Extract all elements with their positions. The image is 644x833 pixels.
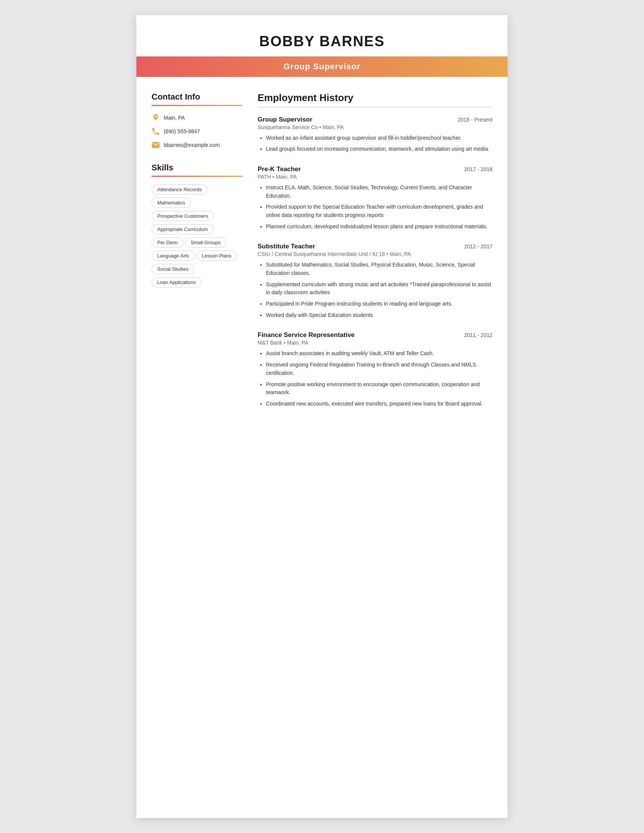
skill-tag: Mathematics <box>151 198 191 208</box>
job-entry: Pre-K Teacher2017 - 2018PATH • Main, PAI… <box>258 166 493 231</box>
bullet-item: Instruct ELA, Math, Science, Social Stud… <box>266 183 493 200</box>
skill-tag: Small Groups <box>185 237 226 248</box>
contact-phone: (690) 555-9847 <box>151 127 242 135</box>
skill-tag: Social Studies <box>151 264 194 274</box>
skill-tag: Per Diem <box>151 237 184 248</box>
bullet-item: Participated in Pride Program instructin… <box>266 300 493 308</box>
bullet-item: Supplemented curriculum with strong musi… <box>266 281 493 297</box>
email-icon <box>151 141 160 149</box>
bullet-item: Coordinated new accounts, executed wire … <box>266 400 493 408</box>
job-company: PATH • Main, PA <box>258 174 493 180</box>
skills-divider <box>151 176 242 177</box>
job-title: Pre-K Teacher <box>258 166 301 173</box>
job-header: Pre-K Teacher2017 - 2018 <box>258 166 493 173</box>
phone-icon <box>151 127 160 135</box>
phone-text: (690) 555-9847 <box>164 129 200 134</box>
job-header: Group Supervisor2018 - Present <box>258 116 493 124</box>
job-dates: 2018 - Present <box>457 117 493 123</box>
skill-tag: Lesson Plans <box>196 251 237 261</box>
bullet-item: Substituted for Mathematics, Social Stud… <box>266 261 493 277</box>
skills-section-title: Skills <box>151 163 242 173</box>
contact-divider <box>151 105 242 106</box>
jobs-container: Group Supervisor2018 - PresentSusquehann… <box>258 116 493 408</box>
job-company: Susquehanna Service Co • Main, PA <box>258 124 493 130</box>
job-title: Substitute Teacher <box>258 243 315 250</box>
job-title: Finance Service Representative <box>258 331 354 339</box>
candidate-title: Group Supervisor <box>136 56 508 77</box>
sidebar: Contact Info Main, PA <box>151 92 242 420</box>
job-dates: 2012 - 2017 <box>464 243 493 249</box>
job-entry: Finance Service Representative2011 - 201… <box>258 331 493 408</box>
job-header: Substitute Teacher2012 - 2017 <box>258 243 493 250</box>
employment-divider <box>258 107 493 108</box>
skill-tag: Prospective Customers <box>151 211 214 221</box>
body-layout: Contact Info Main, PA <box>136 77 508 436</box>
job-title: Group Supervisor <box>258 116 312 124</box>
location-icon <box>151 114 160 122</box>
job-company: M&T Bank • Main, PA <box>258 339 493 346</box>
job-entry: Substitute Teacher2012 - 2017CSIU / Cent… <box>258 243 493 319</box>
job-bullets: Assist branch associates in auditing wee… <box>258 349 493 408</box>
skill-tag: Attendance Records <box>151 184 208 195</box>
skill-tag: Language Arts <box>151 251 195 261</box>
bullet-item: Worked as an infant assistant group supe… <box>266 134 493 142</box>
job-dates: 2017 - 2018 <box>464 166 493 172</box>
bullet-item: Planned curriculum, developed individual… <box>266 223 493 231</box>
skill-tag: Loan Applications <box>151 277 201 287</box>
job-company: CSIU / Central Susquehanna Intermediate … <box>258 251 493 257</box>
employment-section-title: Employment History <box>258 92 493 104</box>
bullet-item: Promote positive working environment to … <box>266 381 493 397</box>
email-text: bbarnes@example.com <box>164 142 220 148</box>
job-header: Finance Service Representative2011 - 201… <box>258 331 493 339</box>
bullet-item: Provided support to the Special Educatio… <box>266 203 493 219</box>
skill-tag: Appropriate Curriculum <box>151 224 214 234</box>
job-dates: 2011 - 2012 <box>464 332 493 338</box>
contact-location: Main, PA <box>151 114 242 122</box>
job-entry: Group Supervisor2018 - PresentSusquehann… <box>258 116 493 153</box>
bullet-item: Worked daily with Special Education stud… <box>266 311 493 320</box>
contact-email: bbarnes@example.com <box>151 141 242 149</box>
candidate-name: BOBBY BARNES <box>136 15 508 56</box>
skills-section: Skills Attendance RecordsMathematicsPros… <box>151 163 242 290</box>
location-text: Main, PA <box>164 115 185 121</box>
contact-section-title: Contact Info <box>151 92 242 102</box>
contact-section: Contact Info Main, PA <box>151 92 242 149</box>
job-bullets: Worked as an infant assistant group supe… <box>258 134 493 153</box>
bullet-item: Lead groups focused on increasing commun… <box>266 145 493 153</box>
bullet-item: Assist branch associates in auditing wee… <box>266 349 493 358</box>
job-bullets: Instruct ELA, Math, Science, Social Stud… <box>258 183 493 231</box>
bullet-item: Received ongoing Federal Regulation Trai… <box>266 361 493 377</box>
job-bullets: Substituted for Mathematics, Social Stud… <box>258 261 493 319</box>
main-content: Employment History Group Supervisor2018 … <box>258 92 493 420</box>
resume-container: BOBBY BARNES Group Supervisor Contact In… <box>136 15 508 818</box>
skills-tags-container: Attendance RecordsMathematicsProspective… <box>151 184 242 290</box>
